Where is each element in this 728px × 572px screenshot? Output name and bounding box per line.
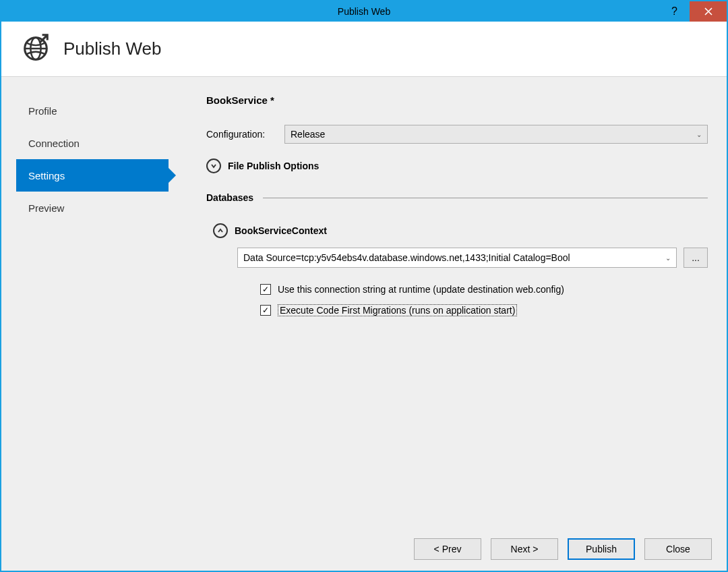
- close-label: Close: [666, 544, 690, 554]
- db-context-label: BookServiceContext: [235, 225, 327, 236]
- footer: < Prev Next > Publish Close: [1, 527, 727, 571]
- execute-migrations-checkbox[interactable]: ✓: [260, 305, 271, 316]
- chevron-up-icon: [213, 223, 228, 238]
- dialog-body: Profile Connection Settings Preview Book…: [1, 77, 727, 527]
- use-conn-string-label: Use this connection string at runtime (u…: [278, 284, 564, 295]
- sidebar-item-label: Profile: [28, 105, 57, 117]
- connection-string-browse-button[interactable]: ...: [684, 248, 708, 268]
- configuration-row: Configuration: Release ⌄: [206, 125, 708, 144]
- sidebar-item-label: Connection: [28, 138, 80, 149]
- use-conn-string-row: ✓ Use this connection string at runtime …: [213, 284, 708, 295]
- file-publish-options-expander[interactable]: File Publish Options: [206, 159, 708, 173]
- sidebar-item-label: Preview: [28, 202, 64, 214]
- window-title: Publish Web: [338, 6, 390, 17]
- sidebar-item-profile[interactable]: Profile: [16, 94, 159, 127]
- file-publish-options-label: File Publish Options: [228, 161, 319, 171]
- execute-migrations-label: Execute Code First Migrations (runs on a…: [278, 304, 517, 316]
- configuration-label: Configuration:: [206, 129, 276, 140]
- prev-button[interactable]: < Prev: [414, 538, 481, 560]
- execute-migrations-row: ✓ Execute Code First Migrations (runs on…: [213, 304, 708, 316]
- publish-button[interactable]: Publish: [568, 538, 635, 560]
- help-button[interactable]: ?: [659, 1, 690, 22]
- titlebar-buttons: ?: [659, 1, 727, 22]
- header: Publish Web: [1, 22, 727, 77]
- db-context-expander[interactable]: BookServiceContext: [213, 223, 708, 238]
- chevron-down-icon: [206, 159, 221, 173]
- publish-web-dialog: Publish Web ? Publish Web Profile: [0, 0, 728, 572]
- connection-string-value: Data Source=tcp:y5v54ebs4v.database.wind…: [243, 252, 570, 263]
- sidebar-item-label: Settings: [28, 170, 65, 181]
- profile-name: BookService *: [206, 94, 708, 106]
- sidebar-item-preview[interactable]: Preview: [16, 192, 159, 224]
- configuration-value: Release: [291, 129, 325, 140]
- next-label: Next >: [511, 544, 539, 554]
- configuration-select[interactable]: Release ⌄: [284, 125, 708, 144]
- connection-string-row: Data Source=tcp:y5v54ebs4v.database.wind…: [213, 248, 708, 268]
- databases-title: Databases: [206, 192, 253, 203]
- titlebar: Publish Web ?: [1, 1, 727, 22]
- databases-section-header: Databases: [206, 192, 708, 203]
- database-context-block: BookServiceContext Data Source=tcp:y5v54…: [206, 223, 708, 326]
- chevron-down-icon: ⌄: [696, 131, 702, 138]
- sidebar-item-connection[interactable]: Connection: [16, 127, 159, 159]
- use-conn-string-checkbox[interactable]: ✓: [260, 284, 271, 295]
- main-panel: BookService * Configuration: Release ⌄ F…: [159, 77, 727, 527]
- wizard-sidebar: Profile Connection Settings Preview: [1, 77, 159, 527]
- ellipsis-icon: ...: [692, 252, 700, 263]
- publish-label: Publish: [586, 544, 617, 554]
- chevron-down-icon: ⌄: [665, 254, 671, 262]
- close-dialog-button[interactable]: Close: [644, 538, 712, 560]
- sidebar-item-settings[interactable]: Settings: [16, 159, 169, 192]
- connection-string-combo[interactable]: Data Source=tcp:y5v54ebs4v.database.wind…: [237, 248, 677, 268]
- close-button[interactable]: [690, 1, 727, 22]
- next-button[interactable]: Next >: [491, 538, 558, 560]
- prev-label: < Prev: [434, 544, 462, 554]
- divider: [263, 198, 708, 198]
- header-title: Publish Web: [63, 38, 162, 59]
- globe-upload-icon: [20, 32, 51, 65]
- close-icon: [704, 7, 712, 16]
